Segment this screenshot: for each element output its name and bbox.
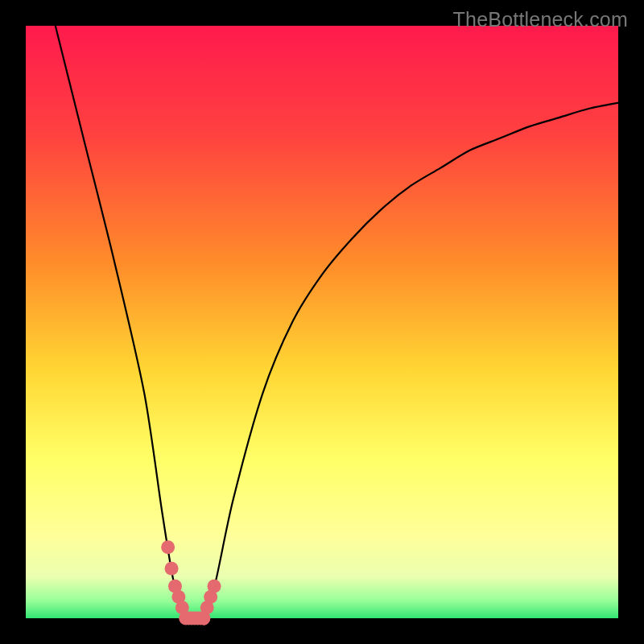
bottleneck-chart bbox=[0, 0, 644, 644]
optimal-marker bbox=[165, 562, 179, 576]
chart-container: TheBottleneck.com bbox=[0, 0, 644, 644]
optimal-marker bbox=[161, 540, 175, 554]
watermark-text: TheBottleneck.com bbox=[453, 8, 628, 31]
chart-gradient-background bbox=[26, 26, 618, 618]
optimal-marker bbox=[208, 580, 221, 593]
